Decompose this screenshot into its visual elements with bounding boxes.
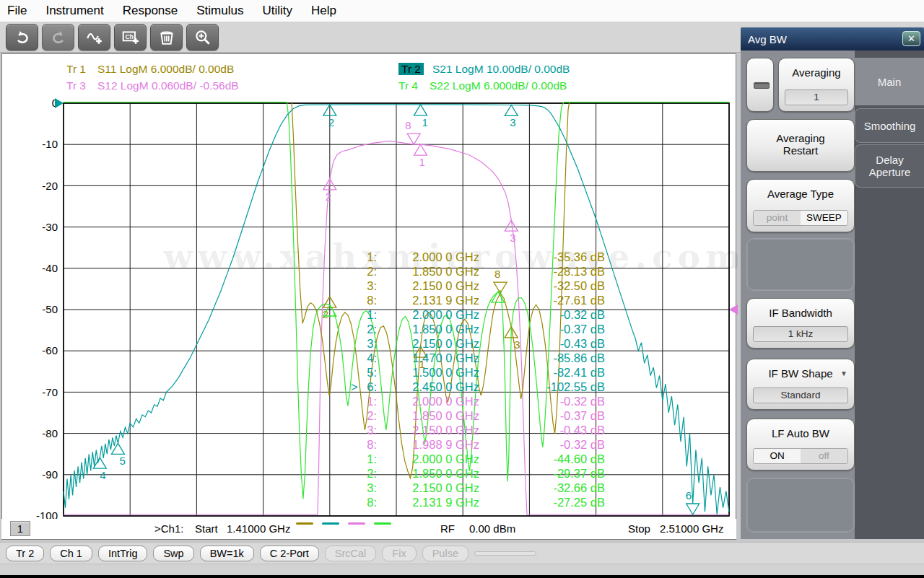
stop-label: Stop	[628, 522, 650, 535]
trace3-label: Tr 3	[66, 79, 86, 92]
rf-value[interactable]: 0.00 dBm	[469, 522, 515, 535]
menu-bar: File Instrument Response Stimulus Utilit…	[0, 0, 924, 22]
tab-delay-aperture[interactable]: Delay Aperture	[855, 144, 924, 188]
blank-button-2	[746, 478, 855, 533]
trace4-label: Tr 4	[398, 79, 418, 92]
averaging-value[interactable]: 1	[785, 89, 848, 105]
chevron-down-icon: ▼	[840, 369, 847, 377]
average-type-point-option[interactable]: point	[754, 211, 801, 225]
average-type-button[interactable]: Average Type point SWEEP	[746, 179, 855, 232]
if-bw-shape-value[interactable]: Standard	[753, 387, 848, 403]
menu-file[interactable]: File	[7, 4, 27, 18]
averaging-restart-label: Averaging Restart	[764, 120, 837, 157]
lf-auto-bw-on-option[interactable]: ON	[754, 449, 801, 463]
channel-number-button[interactable]: 1	[10, 521, 30, 536]
trace3-reference-indicator-icon[interactable]	[729, 305, 738, 315]
add-channel-icon: Ch	[121, 28, 140, 47]
status-fix: Fix	[382, 546, 416, 561]
if-bandwidth-value[interactable]: 1 kHz	[753, 326, 848, 342]
status-sweep[interactable]: Swp	[153, 546, 193, 561]
trace3-color-swatch	[348, 522, 365, 525]
menu-utility[interactable]: Utility	[262, 4, 292, 18]
svg-text:Ch: Ch	[125, 32, 134, 40]
status-bar: Tr 2 Ch 1 IntTrig Swp BW=1k C 2-Port Src…	[0, 542, 924, 564]
lf-auto-bw-label: LF Auto BW	[747, 419, 854, 439]
trace1-label: Tr 1	[66, 63, 86, 75]
panel-close-button[interactable]: ✕	[902, 31, 920, 46]
y-axis-tick: -80	[26, 427, 58, 439]
averaging-button[interactable]: Averaging 1	[778, 58, 855, 112]
if-bw-shape-button[interactable]: IF BW Shape ▼ Standard	[746, 359, 855, 410]
menu-help[interactable]: Help	[311, 4, 336, 18]
delete-button[interactable]	[150, 24, 183, 51]
trace2-header[interactable]: Tr 2S21 LogM 10.00dB/ 0.00dB	[398, 63, 570, 76]
lf-auto-bw-button[interactable]: LF Auto BW ON off	[746, 419, 855, 470]
menu-instrument[interactable]: Instrument	[45, 4, 103, 18]
add-trace-icon	[85, 28, 104, 47]
trace2-detail: S21 LogM 10.00dB/ 0.00dB	[432, 63, 570, 75]
trace2-reference-indicator-icon[interactable]	[55, 98, 64, 108]
trace4-color-swatch	[374, 522, 391, 525]
trace1-detail: S11 LogM 6.000dB/ 0.00dB	[97, 63, 234, 75]
add-channel-button[interactable]: Ch	[114, 24, 147, 51]
start-value[interactable]: 1.41000 GHz	[227, 522, 290, 535]
blank-button-1	[746, 238, 855, 291]
y-axis-tick: -70	[26, 386, 58, 398]
y-axis-tick: -50	[26, 303, 58, 315]
undo-icon	[13, 28, 32, 47]
status-bandwidth[interactable]: BW=1k	[200, 546, 254, 561]
lf-auto-bw-off-option[interactable]: off	[801, 449, 847, 463]
undo-button[interactable]	[6, 24, 38, 51]
trash-icon	[157, 28, 176, 47]
close-icon: ✕	[907, 33, 915, 44]
status-active-channel[interactable]: Ch 1	[50, 546, 92, 561]
menu-response[interactable]: Response	[123, 4, 178, 18]
average-type-label: Average Type	[747, 180, 854, 200]
trace4-header[interactable]: Tr 4S22 LogM 6.000dB/ 0.00dB	[398, 79, 567, 92]
if-bandwidth-label: IF Bandwidth	[747, 299, 854, 319]
trace2-active-badge: Tr 2	[398, 63, 424, 75]
menu-stimulus[interactable]: Stimulus	[196, 4, 243, 18]
y-axis-tick: -40	[26, 262, 58, 274]
y-axis-tick: -20	[26, 180, 58, 192]
status-active-trace[interactable]: Tr 2	[6, 546, 44, 561]
stop-value[interactable]: 2.51000 GHz	[660, 522, 723, 535]
lf-auto-bw-segmented: ON off	[753, 448, 848, 464]
if-bandwidth-button[interactable]: IF Bandwidth 1 kHz	[746, 298, 855, 349]
trace3-detail: S12 LogM 0.060dB/ -0.56dB	[97, 79, 239, 92]
status-empty-slot	[474, 551, 536, 556]
status-pulse: Pulse	[422, 546, 468, 561]
average-type-sweep-option[interactable]: SWEEP	[801, 211, 847, 225]
y-axis-tick: -10	[26, 138, 58, 150]
status-calibration[interactable]: C 2-Port	[260, 546, 319, 561]
averaging-toggle-button[interactable]	[746, 58, 774, 112]
bottom-edge	[0, 575, 924, 578]
trace1-header[interactable]: Tr 1S11 LogM 6.000dB/ 0.00dB	[66, 63, 234, 76]
if-bw-shape-label: IF BW Shape	[747, 359, 854, 380]
zoom-icon	[193, 28, 212, 47]
panel-title: Avg BW	[748, 33, 787, 45]
toggle-slot-icon	[754, 82, 770, 89]
panel-title-bar[interactable]: Avg BW ✕	[741, 27, 924, 51]
average-type-segmented: point SWEEP	[753, 210, 848, 226]
trace4-detail: S22 LogM 6.000dB/ 0.00dB	[430, 79, 567, 92]
panel-tab-column: Main Smoothing Delay Aperture	[855, 51, 924, 539]
redo-button	[42, 24, 74, 51]
status-srccal: SrcCal	[325, 546, 377, 561]
trace2-color-swatch	[322, 522, 339, 525]
status-trigger[interactable]: IntTrig	[98, 546, 148, 561]
avg-bw-panel: Avg BW ✕ Main Smoothing Delay Aperture A…	[741, 27, 924, 539]
averaging-label: Averaging	[779, 58, 854, 79]
trace1-color-swatch	[296, 522, 313, 525]
channel-bar: 1 >Ch1: Start 1.41000 GHz RF 0.00 dBm St…	[1, 519, 736, 539]
averaging-restart-button[interactable]: Averaging Restart	[746, 119, 855, 172]
start-label: Start	[195, 522, 218, 535]
channel-prefix: >Ch1:	[154, 522, 183, 535]
vna-application-window: File Instrument Response Stimulus Utilit…	[0, 0, 924, 578]
tab-smoothing[interactable]: Smoothing	[855, 108, 924, 143]
tab-main[interactable]: Main	[855, 58, 924, 105]
add-trace-button[interactable]	[78, 24, 110, 51]
zoom-button[interactable]	[186, 24, 219, 51]
trace3-header[interactable]: Tr 3S12 LogM 0.060dB/ -0.56dB	[66, 79, 239, 92]
y-axis-tick: -30	[26, 221, 58, 233]
